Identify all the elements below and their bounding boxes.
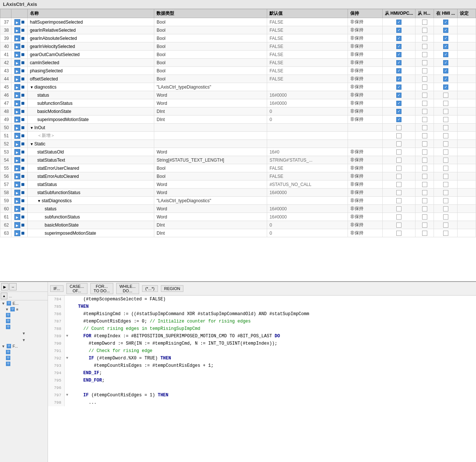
expand-triangle[interactable]: ▼ [30,85,34,89]
checkbox[interactable] [396,20,401,25]
row-checkbox-2[interactable] [415,132,434,140]
btn-if[interactable]: IF... [50,285,63,292]
checkbox[interactable] [443,93,448,98]
line-content[interactable]: #tempCountRisEdges := 0; // Initialize c… [70,318,476,325]
row-checkbox-2[interactable] [415,99,434,107]
checkbox[interactable] [443,76,448,82]
checkbox[interactable] [396,133,401,138]
line-fold[interactable]: ▼ [65,355,70,362]
line-fold[interactable]: ▼ [65,392,70,399]
checkbox[interactable] [396,109,401,114]
table-row[interactable]: 42▶ camInSelectedBoolFALSE非保持 [0,59,476,67]
row-checkbox-1[interactable] [382,34,415,42]
table-row[interactable]: 46▶ statusWord16#0000非保持 [0,91,476,99]
row-checkbox-1[interactable] [382,221,415,229]
sidebar-expand-e[interactable]: ▼ [1,301,5,306]
checkbox[interactable] [422,158,427,163]
sidebar-scroll-down-2[interactable]: ▼ [0,337,48,343]
expand-triangle[interactable]: ▼ [30,126,34,130]
checkbox[interactable] [396,231,401,236]
checkbox[interactable] [443,85,448,90]
checkbox[interactable] [443,44,448,49]
sidebar-scroll-down-1[interactable]: ▼ [0,330,48,337]
checkbox[interactable] [422,166,427,171]
checkbox[interactable] [422,133,427,138]
table-row[interactable]: 57▶ statStatusWord#STATUS_NO_CALL非保持 [0,180,476,189]
checkbox[interactable] [396,93,401,98]
row-checkbox-2[interactable] [415,172,434,180]
checkbox[interactable] [396,149,401,155]
sidebar-item-e-child2[interactable]: 꾸 [0,312,48,318]
row-checkbox-2[interactable] [415,18,434,26]
row-checkbox-3[interactable] [434,42,458,51]
row-checkbox-3[interactable] [434,189,458,197]
row-checkbox-3[interactable] [434,164,458,172]
row-checkbox-2[interactable] [415,91,434,99]
row-checkbox-1[interactable] [382,189,415,197]
checkbox[interactable] [443,133,448,138]
row-checkbox-3[interactable] [434,221,458,229]
checkbox[interactable] [422,206,427,211]
btn-case[interactable]: CASE...OF... [66,283,87,294]
checkbox[interactable] [422,182,427,187]
checkbox[interactable] [443,141,448,146]
row-checkbox-3[interactable] [434,26,458,34]
checkbox[interactable] [422,117,427,122]
checkbox[interactable] [422,198,427,203]
row-checkbox-2[interactable] [415,156,434,164]
table-row[interactable]: 47▶ subfunctionStatusWord16#0000非保持 [0,99,476,107]
row-checkbox-1[interactable] [382,180,415,189]
row-checkbox-1[interactable] [382,140,415,148]
checkbox[interactable] [443,214,448,220]
sidebar-expand-e-c1[interactable]: ▼ [5,307,9,311]
row-checkbox-1[interactable] [382,51,415,59]
sidebar-item-e-child1[interactable]: ▼ 꾸 ≡ [0,306,48,312]
checkbox[interactable] [443,231,448,236]
table-row[interactable]: 60▶ statusWord16#0000非保持 [0,205,476,213]
sidebar-item-f-child1[interactable]: 꾸 [0,349,48,355]
row-checkbox-3[interactable] [434,91,458,99]
checkbox[interactable] [396,85,401,90]
table-row[interactable]: 48▶ basicMotionStateDInt0非保持 [0,107,476,116]
row-checkbox-3[interactable] [434,148,458,156]
row-checkbox-2[interactable] [415,221,434,229]
row-checkbox-2[interactable] [415,189,434,197]
checkbox[interactable] [422,125,427,130]
btn-region[interactable]: REGION [161,285,183,292]
checkbox[interactable] [422,85,427,90]
row-checkbox-1[interactable] [382,205,415,213]
row-checkbox-3[interactable] [434,34,458,42]
checkbox[interactable] [443,109,448,114]
row-checkbox-2[interactable] [415,140,434,148]
checkbox[interactable] [422,36,427,41]
checkbox[interactable] [396,182,401,187]
checkbox[interactable] [396,198,401,203]
expand-triangle[interactable]: ▼ [30,142,34,146]
table-row[interactable]: 49▶ superimposedMotionStateDInt0非保持 [0,116,476,124]
line-content[interactable]: THEN [70,303,476,310]
table-row[interactable]: 58▶ statSubfunctionStatusWord16#0000非保持 [0,189,476,197]
table-row[interactable]: 50▶ ▼InOut [0,124,476,132]
checkbox[interactable] [443,149,448,155]
checkbox[interactable] [443,174,448,179]
row-checkbox-2[interactable] [415,26,434,34]
row-checkbox-2[interactable] [415,197,434,205]
btn-for[interactable]: FOR...TO DO... [90,283,113,294]
row-checkbox-1[interactable] [382,42,415,51]
checkbox[interactable] [396,223,401,228]
checkbox[interactable] [422,149,427,155]
row-checkbox-1[interactable] [382,156,415,164]
table-row[interactable]: 38▶ gearInRelativeSelectedBoolFALSE非保持 [0,26,476,34]
row-checkbox-3[interactable] [434,156,458,164]
checkbox[interactable] [422,44,427,49]
row-checkbox-2[interactable] [415,229,434,237]
checkbox[interactable] [396,174,401,179]
checkbox[interactable] [422,109,427,114]
line-content[interactable]: IF (#tempCountRisEdges = 1) THEN [70,392,476,399]
checkbox[interactable] [443,117,448,122]
checkbox[interactable] [443,36,448,41]
row-checkbox-2[interactable] [415,59,434,67]
sidebar-item-e[interactable]: ▼ 꾸 E... [0,300,48,306]
row-checkbox-2[interactable] [415,180,434,189]
row-checkbox-3[interactable] [434,59,458,67]
